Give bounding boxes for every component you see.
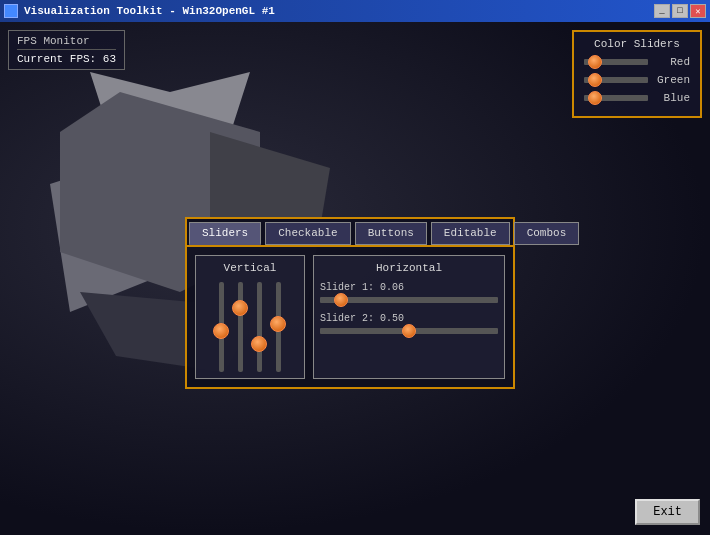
v-slider-2-thumb[interactable] bbox=[232, 300, 248, 316]
green-slider-row: Green bbox=[584, 74, 690, 86]
window-icon bbox=[4, 4, 18, 18]
red-label: Red bbox=[654, 56, 690, 68]
tab-sliders[interactable]: Sliders bbox=[189, 222, 261, 245]
v-slider-1-thumb[interactable] bbox=[213, 323, 229, 339]
title-bar: Visualization Toolkit - Win32OpenGL #1 _… bbox=[0, 0, 710, 22]
minimize-button[interactable]: _ bbox=[654, 4, 670, 18]
main-viewport: FPS Monitor Current FPS: 63 Color Slider… bbox=[0, 22, 710, 535]
h-slider-2-label: Slider 2: 0.50 bbox=[320, 313, 498, 324]
red-slider-row: Red bbox=[584, 56, 690, 68]
v-slider-2-track[interactable] bbox=[238, 282, 243, 372]
v-slider-2[interactable] bbox=[238, 282, 243, 372]
fps-value: Current FPS: 63 bbox=[17, 53, 116, 65]
v-slider-4-track[interactable] bbox=[276, 282, 281, 372]
vertical-sliders-box: Vertical bbox=[195, 255, 305, 379]
color-sliders-panel: Color Sliders Red Green Blue bbox=[572, 30, 702, 118]
tab-buttons[interactable]: Buttons bbox=[355, 222, 427, 245]
blue-label: Blue bbox=[654, 92, 690, 104]
v-slider-3[interactable] bbox=[257, 282, 262, 372]
v-slider-4-thumb[interactable] bbox=[270, 316, 286, 332]
maximize-button[interactable]: □ bbox=[672, 4, 688, 18]
blue-slider-track[interactable] bbox=[584, 95, 648, 101]
sliders-tab-content: Vertical bbox=[187, 247, 513, 387]
tab-combos[interactable]: Combos bbox=[514, 222, 580, 245]
vertical-sliders-container bbox=[202, 282, 298, 372]
tab-editable[interactable]: Editable bbox=[431, 222, 510, 245]
fps-panel-title: FPS Monitor bbox=[17, 35, 116, 50]
v-slider-3-thumb[interactable] bbox=[251, 336, 267, 352]
green-slider-track[interactable] bbox=[584, 77, 648, 83]
blue-slider-thumb[interactable] bbox=[588, 91, 602, 105]
widget-panel: Sliders Checkable Buttons Editable Combo… bbox=[185, 217, 515, 389]
h-slider-2-thumb[interactable] bbox=[402, 324, 416, 338]
blue-slider-row: Blue bbox=[584, 92, 690, 104]
h-slider-1-track[interactable] bbox=[320, 297, 498, 303]
close-button[interactable]: ✕ bbox=[690, 4, 706, 18]
h-slider-1-label: Slider 1: 0.06 bbox=[320, 282, 498, 293]
h-slider-1-thumb[interactable] bbox=[334, 293, 348, 307]
v-slider-1-track[interactable] bbox=[219, 282, 224, 372]
red-slider-thumb[interactable] bbox=[588, 55, 602, 69]
h-slider-1-row: Slider 1: 0.06 bbox=[320, 282, 498, 303]
horizontal-box-title: Horizontal bbox=[320, 262, 498, 274]
v-slider-1[interactable] bbox=[219, 282, 224, 372]
green-slider-thumb[interactable] bbox=[588, 73, 602, 87]
window-title: Visualization Toolkit - Win32OpenGL #1 bbox=[24, 5, 648, 17]
v-slider-4[interactable] bbox=[276, 282, 281, 372]
color-panel-title: Color Sliders bbox=[584, 38, 690, 50]
fps-panel: FPS Monitor Current FPS: 63 bbox=[8, 30, 125, 70]
h-slider-2-row: Slider 2: 0.50 bbox=[320, 313, 498, 334]
v-slider-3-track[interactable] bbox=[257, 282, 262, 372]
tabs-bar: Sliders Checkable Buttons Editable Combo… bbox=[187, 219, 513, 247]
h-slider-2-track[interactable] bbox=[320, 328, 498, 334]
exit-button[interactable]: Exit bbox=[635, 499, 700, 525]
window-controls: _ □ ✕ bbox=[654, 4, 706, 18]
tab-checkable[interactable]: Checkable bbox=[265, 222, 350, 245]
green-label: Green bbox=[654, 74, 690, 86]
red-slider-track[interactable] bbox=[584, 59, 648, 65]
vertical-box-title: Vertical bbox=[202, 262, 298, 274]
horizontal-sliders-box: Horizontal Slider 1: 0.06 Slider 2: 0.50 bbox=[313, 255, 505, 379]
